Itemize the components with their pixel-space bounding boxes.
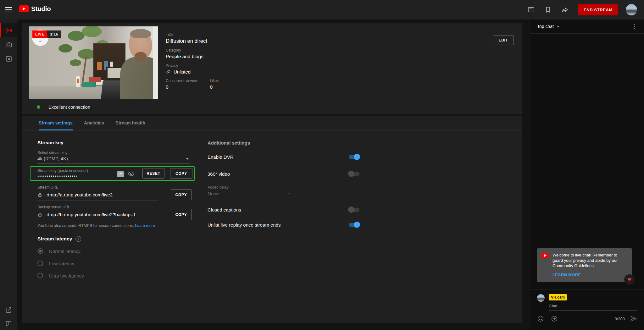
open-in-new-icon[interactable] [5,306,12,314]
latency-option-normal[interactable]: Normal latency [37,248,193,254]
tab-stream-health[interactable]: Stream health [115,116,145,130]
heart-reaction-button[interactable]: ❤ [624,274,635,285]
latency-option-low[interactable]: Low-latency [37,261,193,266]
send-message-icon[interactable] [630,315,637,322]
privacy-value: Unlisted [174,69,191,74]
copy-key-button[interactable]: COPY [170,168,192,179]
chat-input-area: VR.cam 0/200 [530,289,644,330]
youtube-studio-live-dashboard: Studio END STREAM [0,0,644,330]
tab-bar: Stream settings Analytics Stream health [22,116,522,131]
chevron-down-icon [556,24,560,29]
live-signal-icon [5,27,13,34]
learn-more-link[interactable]: Learn more [135,223,155,228]
heart-icon: ❤ [627,277,631,283]
chat-username-badge: VR.cam [549,294,567,300]
unlist-replay-row: Unlist live replay once stream ends [208,221,363,228]
camera-icon [5,41,13,48]
bookmark-icon[interactable] [544,6,552,14]
additional-settings-heading: Additional settings [208,140,363,146]
chevron-down-icon [286,191,291,196]
reveal-key-eye-off-icon[interactable] [128,170,135,177]
account-avatar[interactable] [626,4,637,15]
privacy-label: Privacy [166,63,219,68]
elapsed-time: 1:16 [47,30,61,38]
edit-button[interactable]: EDIT [493,36,514,45]
chat-menu-kebab-icon[interactable]: ⋮ [630,22,639,30]
sidebar-item-manage[interactable] [0,52,17,66]
added-delay-value: None [208,191,219,196]
additional-settings-column: Additional settings Enable DVR 360° vide… [208,131,363,228]
added-delay-select[interactable]: Added delay None [208,185,291,199]
copy-backup-url-button[interactable]: COPY [171,209,192,220]
closed-captions-row: Closed captions [208,206,363,213]
lock-icon [37,212,42,217]
chevron-down-icon [37,38,43,44]
chat-filter-label: Top chat [537,24,554,29]
backup-url-group: Backup server URL rtmp://b.rtmp.youtube.… [37,205,193,220]
chat-filter-dropdown[interactable]: Top chat [537,24,560,29]
stream-key-heading: Stream key [37,140,193,146]
add-content-plus-icon[interactable] [551,315,558,322]
likes-label: Likes [210,79,219,83]
brand-text: Studio [31,5,51,13]
topbar: Studio END STREAM [0,0,644,19]
sidebar-item-webcam[interactable] [0,37,17,52]
sidebar-item-stream[interactable] [0,23,17,37]
radio-icon [37,273,43,278]
stream-url-value: rtmp://a.rtmp.youtube.com/live2 [47,192,113,197]
sidebar-bottom [0,306,17,327]
viewers-count: 0 [166,84,198,90]
link-icon [166,69,171,74]
live-badges: LIVE 1:16 [32,30,61,38]
stream-info: Title Diffusion en direct Category Peopl… [166,32,219,90]
chat-user-avatar [537,294,545,302]
youtube-studio-logo[interactable]: Studio [19,5,51,13]
stream-key-select[interactable]: Select stream key 4k (RTMP, 4K) [37,151,190,164]
enable-dvr-row: Enable DVR [208,153,363,161]
latency-option-ultra-low[interactable]: Ultra low-latency [37,273,193,278]
tab-analytics[interactable]: Analytics [84,116,104,130]
lock-icon [37,192,42,197]
help-icon[interactable]: ? [75,236,81,242]
unlist-replay-toggle[interactable] [349,223,359,227]
stream-title: Diffusion en direct [166,38,219,44]
enable-dvr-label: Enable DVR [208,154,234,160]
stream-key-column: Stream key Select stream key 4k (RTMP, 4… [37,131,193,278]
live-video-preview: LIVE 1:16 [29,26,158,99]
360-video-label: 360° video [208,171,230,177]
share-icon[interactable] [561,6,569,14]
create-video-icon[interactable] [527,6,535,14]
stream-category: People and blogs [166,54,219,59]
reset-key-button[interactable]: RESET [142,168,164,179]
title-label: Title [166,32,219,37]
learn-more-button[interactable]: LEARN MORE [552,272,581,277]
welcome-message: Welcome to live chat! Remember to guard … [552,252,628,268]
backup-url-value: rtmp://b.rtmp.youtube.com/live2?backup=1 [47,212,136,217]
masked-stream-key: ••••••••••••••••••••• [37,174,77,179]
chat-messages-area: Welcome to live chat! Remember to guard … [530,34,644,289]
chat-welcome-card: Welcome to live chat! Remember to guard … [537,248,632,282]
stream-latency-heading: Stream latency [37,236,72,242]
emoji-icon[interactable] [537,315,544,322]
enable-dvr-toggle[interactable] [349,155,359,159]
viewers-label: Concurrent viewers [166,79,198,83]
feedback-icon[interactable] [5,320,12,327]
dropdown-caret-icon [186,158,189,160]
live-chat-panel: Top chat ⋮ Welcome to live chat! Remembe… [530,19,644,330]
end-stream-button[interactable]: END STREAM [578,4,618,15]
tab-stream-settings[interactable]: Stream settings [39,116,73,130]
select-stream-key-label: Select stream key [37,151,190,155]
menu-icon[interactable] [5,6,12,14]
copy-stream-url-button[interactable]: COPY [171,189,192,200]
youtube-play-icon [19,5,29,12]
chat-header: Top chat ⋮ [530,19,644,34]
connection-status-text: Excellent connection [48,105,90,110]
chat-message-input[interactable] [549,302,637,311]
stream-key-field-label: Stream key (paste in encoder) [37,168,88,173]
radio-selected-icon [37,248,43,254]
left-sidebar [0,19,17,330]
360-video-toggle[interactable] [349,172,359,176]
autofill-chip-icon[interactable]: ··· [117,171,124,177]
closed-captions-toggle[interactable] [349,208,359,212]
stream-url-label: Stream URL [37,185,193,190]
